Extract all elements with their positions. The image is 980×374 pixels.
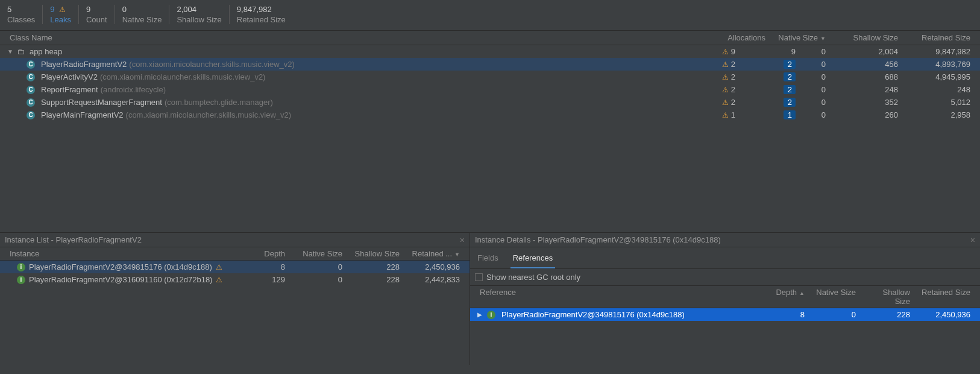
- sort-desc-icon: ▼: [454, 252, 460, 258]
- warning-icon: ⚠: [722, 86, 729, 94]
- stat-label: Count: [86, 15, 107, 24]
- stat-leaks[interactable]: 9 ⚠ Leaks: [42, 5, 78, 24]
- stat-count[interactable]: 9 Count: [78, 5, 115, 24]
- cell-allocations: ⚠ 1: [683, 110, 740, 119]
- instance-details-panel: Instance Details - PlayerRadioFragmentV2…: [470, 233, 980, 365]
- header-shallow[interactable]: Shallow Size: [347, 249, 404, 258]
- header-reference[interactable]: Reference: [475, 288, 767, 306]
- stat-native-size[interactable]: 0 Native Size: [115, 5, 169, 24]
- expand-icon[interactable]: ▶: [477, 311, 482, 318]
- cell-retained: 5,012: [903, 98, 975, 107]
- instance-list-title-bar: Instance List - PlayerRadioFragmentV2 ×: [0, 233, 470, 247]
- panel-title-text: Instance List - PlayerRadioFragmentV2: [5, 235, 142, 244]
- cell-shallow: 352: [831, 98, 903, 107]
- cell-alloc-pill: 2: [740, 98, 800, 107]
- header-retained[interactable]: Retained Size: [915, 288, 975, 306]
- close-icon[interactable]: ×: [970, 235, 975, 245]
- class-icon: C: [27, 86, 35, 94]
- class-name-cell: C PlayerActivityV2 (com.xiaomi.micolaunc…: [5, 72, 683, 81]
- stat-value: 0: [122, 5, 162, 14]
- cell-alloc-pill: 2: [740, 60, 800, 69]
- tree-root-row[interactable]: ▼ 🗀 app heap ⚠ 9 9 0 2,004 9,847,982: [0, 45, 980, 58]
- gc-checkbox[interactable]: [475, 273, 483, 281]
- expand-collapse-icon[interactable]: ▼: [7, 48, 13, 55]
- instance-icon: i: [17, 263, 25, 271]
- cell-depth: 8: [767, 310, 809, 319]
- cell-native: 0: [809, 310, 861, 319]
- stat-label: Shallow Size: [177, 15, 221, 24]
- stat-classes[interactable]: 5 Classes: [7, 5, 42, 24]
- header-shallow-size[interactable]: Shallow Size: [831, 31, 903, 44]
- warning-icon: ⚠: [722, 48, 729, 56]
- stat-value: 9 ⚠: [50, 5, 71, 14]
- class-tree[interactable]: ▼ 🗀 app heap ⚠ 9 9 0 2,004 9,847,982 C P…: [0, 45, 980, 232]
- reference-name: ▶ i PlayerRadioFragmentV2@349815176 (0x1…: [475, 310, 767, 319]
- sort-desc-icon: ▼: [820, 36, 826, 42]
- cell-shallow: 228: [347, 275, 404, 284]
- close-icon[interactable]: ×: [460, 235, 465, 245]
- header-shallow[interactable]: Shallow Size: [861, 288, 915, 306]
- tab-references[interactable]: References: [510, 251, 555, 268]
- cell-native: 0: [800, 85, 831, 94]
- class-icon: C: [27, 73, 35, 81]
- folder-icon: 🗀: [17, 47, 25, 56]
- reference-row[interactable]: ▶ i PlayerRadioFragmentV2@349815176 (0x1…: [470, 308, 980, 321]
- class-table-header: Class Name Allocations Native Size▼ Shal…: [0, 31, 980, 45]
- cell-retained: 2,958: [903, 110, 975, 119]
- class-row[interactable]: C SupportRequestManagerFragment (com.bum…: [0, 96, 980, 109]
- class-name-cell: C SupportRequestManagerFragment (com.bum…: [5, 98, 683, 107]
- class-icon: C: [27, 111, 35, 119]
- header-native-size[interactable]: Native Size▼: [770, 31, 831, 44]
- cell-allocations: ⚠ 2: [683, 60, 740, 69]
- instance-list-panel: Instance List - PlayerRadioFragmentV2 × …: [0, 233, 470, 365]
- instance-row[interactable]: i PlayerRadioFragmentV2@316091160 (0x12d…: [0, 273, 470, 286]
- header-native[interactable]: Native Size: [809, 288, 861, 306]
- stats-bar: 5 Classes 9 ⚠ Leaks 9 Count 0 Native Siz…: [0, 0, 980, 31]
- warning-icon: ⚠: [216, 276, 222, 284]
- stat-value: 5: [7, 5, 35, 14]
- instance-table-header: Instance Depth Native Size Shallow Size …: [0, 247, 470, 261]
- cell-native: 0: [290, 262, 347, 271]
- class-row[interactable]: C PlayerMainFragmentV2 (com.xiaomi.micol…: [0, 109, 980, 121]
- cell-native: 0: [800, 110, 831, 119]
- instance-name: i PlayerRadioFragmentV2@316091160 (0x12d…: [5, 275, 257, 284]
- stat-label: Native Size: [122, 15, 162, 24]
- stat-value: 9,847,982: [237, 5, 286, 14]
- sort-asc-icon: ▲: [799, 290, 805, 296]
- header-depth[interactable]: Depth: [257, 249, 290, 258]
- cell-shallow: 228: [347, 262, 404, 271]
- cell-native: 0: [800, 60, 831, 69]
- stat-retained-size[interactable]: 9,847,982 Retained Size: [229, 5, 293, 24]
- cell-alloc-pill: 9: [740, 47, 800, 56]
- instance-row[interactable]: i PlayerRadioFragmentV2@349815176 (0x14d…: [0, 261, 470, 273]
- instance-details-title-bar: Instance Details - PlayerRadioFragmentV2…: [470, 233, 980, 247]
- cell-retained: 2,442,833: [404, 275, 465, 284]
- instance-icon: i: [487, 311, 495, 319]
- stat-label: Leaks: [50, 15, 71, 24]
- header-instance[interactable]: Instance: [5, 249, 257, 258]
- instance-name: i PlayerRadioFragmentV2@349815176 (0x14d…: [5, 262, 257, 271]
- header-retained[interactable]: Retained ...▼: [404, 249, 465, 258]
- warning-icon: ⚠: [59, 5, 66, 14]
- tab-fields[interactable]: Fields: [475, 251, 501, 268]
- cell-depth: 129: [257, 275, 290, 284]
- header-native[interactable]: Native Size: [290, 249, 347, 258]
- gc-root-option[interactable]: Show nearest GC root only: [470, 269, 980, 286]
- references-header: Reference Depth▲ Native Size Shallow Siz…: [470, 286, 980, 308]
- stat-label: Classes: [7, 15, 35, 24]
- stat-shallow-size[interactable]: 2,004 Shallow Size: [169, 5, 228, 24]
- cell-depth: 8: [257, 262, 290, 271]
- header-depth[interactable]: Depth▲: [767, 288, 809, 306]
- class-row[interactable]: C PlayerActivityV2 (com.xiaomi.micolaunc…: [0, 71, 980, 83]
- class-row[interactable]: C ReportFragment (androidx.lifecycle) ⚠ …: [0, 83, 980, 96]
- tree-node-label: ▼ 🗀 app heap: [5, 47, 683, 56]
- class-row[interactable]: C PlayerRadioFragmentV2 (com.xiaomi.mico…: [0, 58, 980, 71]
- cell-retained: 4,893,769: [903, 60, 975, 69]
- cell-shallow: 260: [831, 110, 903, 119]
- warning-icon: ⚠: [722, 98, 729, 107]
- header-retained-size[interactable]: Retained Size: [903, 31, 975, 44]
- cell-alloc-pill: 2: [740, 85, 800, 94]
- header-class-name[interactable]: Class Name: [5, 31, 713, 44]
- header-allocations[interactable]: Allocations: [713, 31, 770, 44]
- cell-shallow: 456: [831, 60, 903, 69]
